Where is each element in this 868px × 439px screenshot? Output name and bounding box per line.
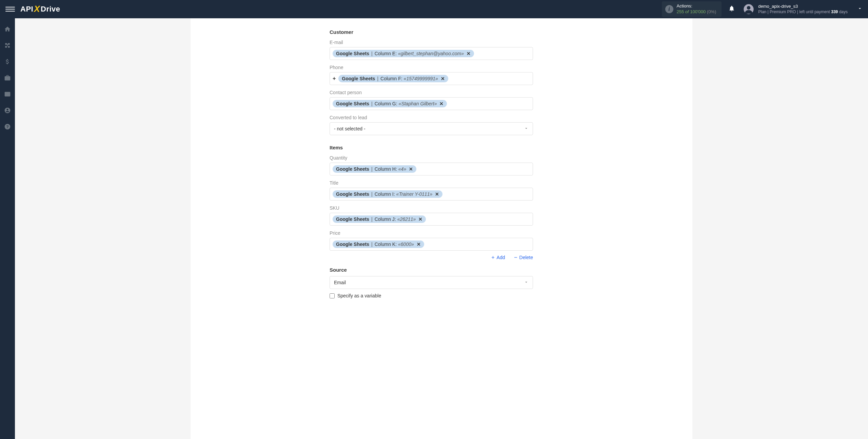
token-column: Column I: xyxy=(375,191,395,197)
add-button[interactable]: Add xyxy=(491,255,505,260)
svg-point-3 xyxy=(7,109,8,110)
contact-label: Contact person xyxy=(330,90,533,95)
actions-pct: (0%) xyxy=(706,9,716,14)
email-token[interactable]: Google Sheets | Column E: «gilbert_steph… xyxy=(333,50,474,57)
token-value: «6000» xyxy=(398,242,414,247)
token-source: Google Sheets xyxy=(336,216,369,222)
title-token[interactable]: Google Sheets | Column I: «Trainer Y-011… xyxy=(333,190,442,198)
notifications-icon[interactable] xyxy=(728,5,735,13)
sidebar: ? xyxy=(0,18,15,439)
token-value: «26211» xyxy=(397,216,416,222)
actions-label: Actions: xyxy=(677,3,716,9)
token-source: Google Sheets xyxy=(336,51,369,56)
phone-prefix: + xyxy=(333,76,336,82)
add-label: Add xyxy=(497,255,505,260)
quantity-token[interactable]: Google Sheets | Column H: «4» ✕ xyxy=(333,165,416,173)
chevron-down-icon xyxy=(524,280,529,286)
user-info: demo_apix-drive_s3 Plan | Premium PRO | … xyxy=(758,4,848,15)
specify-variable-row[interactable]: Specify as a variable xyxy=(330,293,533,298)
info-icon: i xyxy=(665,5,673,13)
source-value: Email xyxy=(334,280,346,285)
email-input[interactable]: Google Sheets | Column E: «gilbert_steph… xyxy=(330,47,533,60)
price-input[interactable]: Google Sheets | Column K: «6000» ✕ xyxy=(330,238,533,251)
token-column: Column G: xyxy=(375,101,397,106)
price-label: Price xyxy=(330,230,533,236)
actions-panel[interactable]: i Actions: 255 of 100'000 (0%) xyxy=(662,1,722,17)
phone-token[interactable]: Google Sheets | Column F: «15749999991» … xyxy=(338,75,448,82)
minus-icon xyxy=(513,255,518,260)
plan-suffix: days xyxy=(839,9,848,14)
logo[interactable]: API X Drive xyxy=(20,4,60,15)
token-remove-icon[interactable]: ✕ xyxy=(441,76,445,81)
sku-input[interactable]: Google Sheets | Column J: «26211» ✕ xyxy=(330,213,533,226)
actions-of: of xyxy=(684,9,690,14)
sidebar-home[interactable] xyxy=(3,25,12,33)
contact-token[interactable]: Google Sheets | Column G: «Staphan Gilbe… xyxy=(333,100,447,107)
chevron-down-icon[interactable] xyxy=(857,6,863,13)
token-source: Google Sheets xyxy=(336,101,369,106)
chevron-down-icon xyxy=(524,126,529,132)
token-remove-icon[interactable]: ✕ xyxy=(467,51,471,56)
content: Customer E-mail Google Sheets | Column E… xyxy=(191,18,692,439)
plan-days: 339 xyxy=(831,9,838,14)
token-column: Column F: xyxy=(380,76,402,81)
quantity-input[interactable]: Google Sheets | Column H: «4» ✕ xyxy=(330,163,533,175)
title-input[interactable]: Google Sheets | Column I: «Trainer Y-011… xyxy=(330,188,533,201)
converted-select[interactable]: - not selected - xyxy=(330,122,533,135)
delete-button[interactable]: Delete xyxy=(513,255,533,260)
token-column: Column E: xyxy=(375,51,397,56)
token-remove-icon[interactable]: ✕ xyxy=(439,101,443,106)
delete-label: Delete xyxy=(519,255,533,260)
token-source: Google Sheets xyxy=(336,191,369,197)
svg-point-1 xyxy=(747,6,751,10)
token-source: Google Sheets xyxy=(342,76,375,81)
specify-variable-label: Specify as a variable xyxy=(337,293,381,298)
actions-text: Actions: 255 of 100'000 (0%) xyxy=(677,3,716,15)
token-value: «15749999991» xyxy=(404,76,438,81)
contact-input[interactable]: Google Sheets | Column G: «Staphan Gilbe… xyxy=(330,97,533,110)
plan-name: Premium PRO xyxy=(770,9,796,14)
token-column: Column J: xyxy=(375,216,396,222)
phone-input[interactable]: + Google Sheets | Column F: «15749999991… xyxy=(330,72,533,85)
price-token[interactable]: Google Sheets | Column K: «6000» ✕ xyxy=(333,241,424,248)
sidebar-billing[interactable] xyxy=(3,58,12,66)
sku-label: SKU xyxy=(330,205,533,211)
actions-count: 255 xyxy=(677,9,684,14)
email-label: E-mail xyxy=(330,40,533,45)
token-source: Google Sheets xyxy=(336,242,369,247)
converted-value: - not selected - xyxy=(334,126,366,131)
user-menu[interactable]: demo_apix-drive_s3 Plan | Premium PRO | … xyxy=(743,4,863,15)
token-remove-icon[interactable]: ✕ xyxy=(418,216,422,222)
phone-label: Phone xyxy=(330,65,533,70)
token-remove-icon[interactable]: ✕ xyxy=(435,191,439,197)
item-actions: Add Delete xyxy=(330,255,533,260)
actions-total: 100'000 xyxy=(690,9,706,14)
header: API X Drive i Actions: 255 of 100'000 (0… xyxy=(0,0,868,18)
token-remove-icon[interactable]: ✕ xyxy=(409,166,413,172)
sidebar-connections[interactable] xyxy=(3,41,12,49)
token-column: Column H: xyxy=(375,166,397,172)
customer-section-title: Customer xyxy=(330,29,533,35)
menu-button[interactable] xyxy=(5,4,15,14)
token-value: «Staphan Gilbert» xyxy=(399,101,437,106)
token-value: «gilbert_stephan@yahoo.com» xyxy=(398,51,464,56)
avatar-icon xyxy=(743,4,754,15)
sku-token[interactable]: Google Sheets | Column J: «26211» ✕ xyxy=(333,215,426,223)
source-select[interactable]: Email xyxy=(330,276,533,289)
plan-prefix: Plan | xyxy=(758,9,768,14)
token-source: Google Sheets xyxy=(336,166,369,172)
title-label: Title xyxy=(330,180,533,186)
sidebar-video[interactable] xyxy=(3,90,12,98)
token-remove-icon[interactable]: ✕ xyxy=(417,242,421,247)
sidebar-work[interactable] xyxy=(3,74,12,82)
token-value: «Trainer Y-0111» xyxy=(396,191,433,197)
token-column: Column K: xyxy=(375,242,397,247)
specify-variable-checkbox[interactable] xyxy=(330,293,335,298)
logo-text-2: Drive xyxy=(41,5,60,14)
converted-label: Converted to lead xyxy=(330,115,533,120)
logo-text-1: API xyxy=(20,5,33,14)
sidebar-account[interactable] xyxy=(3,106,12,114)
user-name: demo_apix-drive_s3 xyxy=(758,4,848,9)
svg-text:?: ? xyxy=(6,124,8,129)
sidebar-help[interactable]: ? xyxy=(3,123,12,131)
